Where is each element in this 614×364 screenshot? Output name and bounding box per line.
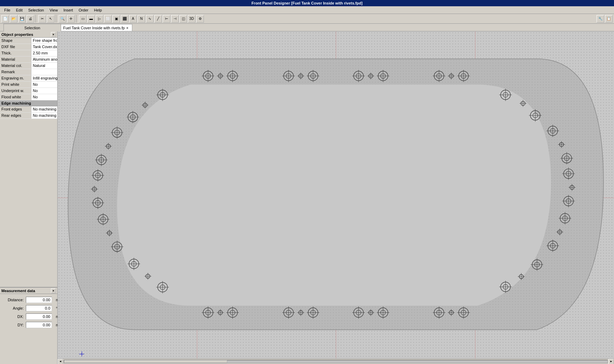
prop-shape-value: Free shape fron	[31, 38, 57, 44]
toolbar-3d[interactable]: 3D	[188, 15, 195, 23]
scroll-thumb-handle-h[interactable]	[64, 360, 227, 363]
toolbar-curve[interactable]: ∿	[146, 15, 154, 23]
meas-distance-label: Distance:	[3, 298, 24, 302]
toolbar-shape2[interactable]: ▣	[112, 15, 120, 23]
menu-insert[interactable]: Insert	[61, 7, 76, 13]
meas-title: Measurement data	[1, 289, 35, 293]
prop-printwhite-label: Print white	[0, 82, 31, 88]
prop-material-value: Aluminum anod	[31, 56, 57, 62]
toolbar-text[interactable]: A	[129, 15, 137, 23]
toolbar-pan[interactable]: ✛	[67, 15, 75, 23]
toolbar-line[interactable]: ╱	[154, 15, 162, 23]
toolbar-open[interactable]: 📂	[10, 15, 17, 23]
measurement-panel: Measurement data × Distance: mm Angle: °…	[0, 287, 57, 364]
prop-floodwhite: Flood white No	[0, 94, 57, 100]
prop-shape-label: Shape	[0, 38, 31, 44]
prop-engrave-label: Engraving m.	[0, 75, 31, 81]
prop-underprint: Underprint w. No	[0, 88, 57, 94]
toolbar-rect[interactable]: ▭	[79, 15, 87, 23]
prop-front-edges-value: No machining	[31, 106, 57, 112]
prop-engrave-value: Infill engraving	[31, 75, 57, 81]
main-area: Object properties × Shape Free shape fro…	[0, 31, 614, 364]
toolbar-shape1[interactable]: ⬜	[104, 15, 112, 23]
prop-thick-label: Thick.	[0, 50, 31, 56]
scrollbar-horizontal[interactable]: ◄ ►	[58, 358, 614, 364]
toolbar-config[interactable]: ⚙	[196, 15, 204, 23]
toolbar-dim3[interactable]: ◫	[179, 15, 187, 23]
toolbar-zoom-in[interactable]: 🔍	[59, 15, 66, 23]
edge-machining-header: Edge machining	[0, 100, 57, 106]
meas-close[interactable]: ×	[51, 288, 56, 293]
toolbar-save[interactable]: 💾	[18, 15, 26, 23]
toolbar-poly[interactable]: ▷	[96, 15, 103, 23]
prop-remark-label: Remark	[0, 69, 31, 75]
prop-front-edges: Front edges No machining	[0, 106, 57, 113]
meas-dx-input[interactable]	[26, 313, 52, 320]
toolbar-dim[interactable]: ⊢	[163, 15, 170, 23]
toolbar-sep2	[56, 15, 57, 23]
tab-selection[interactable]: Selection	[3, 24, 61, 31]
tab-document[interactable]: Fuel Tank Cover Inside with rivets.fp ×	[59, 24, 132, 31]
canvas-area[interactable]: ◄ ►	[58, 31, 614, 364]
menu-view[interactable]: View	[47, 7, 61, 13]
prop-dxf-value: Tank Cover.dxf	[31, 44, 57, 50]
prop-remark-value	[31, 69, 57, 75]
toolbar-text2[interactable]: N	[138, 15, 145, 23]
meas-angle-input[interactable]	[26, 305, 52, 311]
tab-close[interactable]: ×	[126, 26, 128, 30]
menu-edit[interactable]: Edit	[13, 7, 25, 13]
scroll-right-btn[interactable]: ►	[608, 359, 614, 364]
menu-selection[interactable]: Selection	[25, 7, 47, 13]
toolbar-sep3	[76, 15, 77, 23]
prop-rear-edges-value: No machining	[31, 113, 57, 119]
object-properties-panel: Object properties × Shape Free shape fro…	[0, 31, 57, 287]
prop-underprint-label: Underprint w.	[0, 88, 31, 94]
prop-floodwhite-value: No	[31, 94, 57, 100]
prop-printwhite-value: No	[31, 82, 57, 88]
app-title: Front Panel Designer [Fuel Tank Cover In…	[251, 1, 362, 5]
meas-grid: Distance: mm Angle: ° DX: mm DY: mm	[0, 294, 57, 331]
prop-remark: Remark	[0, 69, 57, 75]
panel-svg	[58, 31, 614, 364]
scroll-thumb-h[interactable]	[64, 360, 608, 363]
menu-file[interactable]: File	[1, 7, 13, 13]
menu-help[interactable]: Help	[91, 7, 105, 13]
obj-props-header: Object properties ×	[0, 31, 57, 38]
prop-shape: Shape Free shape fron	[0, 38, 57, 44]
prop-thick: Thick. 2.50 mm	[0, 50, 57, 56]
toolbar-rect2[interactable]: ▬	[87, 15, 95, 23]
obj-props-title: Object properties	[1, 32, 33, 37]
toolbar-select-arrow[interactable]: ↖	[47, 15, 54, 23]
prop-rear-edges: Rear edges No machining	[0, 113, 57, 119]
prop-front-edges-label: Front edges	[0, 106, 31, 112]
prop-underprint-value: No	[31, 88, 57, 94]
title-bar: Front Panel Designer [Fuel Tank Cover In…	[0, 0, 614, 6]
prop-material-label: Material	[0, 56, 31, 62]
meas-dy-input[interactable]	[26, 322, 52, 328]
menu-bar: File Edit Selection View Insert Order He…	[0, 6, 614, 14]
meas-distance-input[interactable]	[26, 297, 52, 303]
prop-printwhite: Print white No	[0, 82, 57, 88]
toolbar-cut[interactable]: ✂	[38, 15, 46, 23]
toolbar-shape3[interactable]: ⬛	[121, 15, 128, 23]
prop-thick-value: 2.50 mm	[31, 50, 57, 56]
scroll-left-btn[interactable]: ◄	[58, 359, 63, 364]
toolbar-dim2[interactable]: ⊣	[171, 15, 179, 23]
toolbar-sep1	[36, 15, 37, 23]
toolbar-new[interactable]: 📄	[1, 15, 9, 23]
menu-order[interactable]: Order	[76, 7, 91, 13]
prop-matcol-value: Natural	[31, 63, 57, 69]
prop-floodwhite-label: Flood white	[0, 94, 31, 100]
toolbar: 📄 📂 💾 🖨 ✂ ↖ 🔍 ✛ ▭ ▬ ▷ ⬜ ▣ ⬛ A N ∿ ╱ ⊢ ⊣ …	[0, 14, 614, 24]
meas-dy-label: DY:	[3, 323, 24, 327]
toolbar-extra2[interactable]: 📋	[605, 15, 613, 23]
obj-props-close[interactable]: ×	[51, 32, 56, 37]
prop-dxf: DXF file Tank Cover.dxf	[0, 44, 57, 50]
prop-material: Material Aluminum anod	[0, 56, 57, 63]
prop-rear-edges-label: Rear edges	[0, 113, 31, 119]
toolbar-print[interactable]: 🖨	[27, 15, 34, 23]
toolbar-extra1[interactable]: 🔧	[597, 15, 604, 23]
tab-bar: Selection Fuel Tank Cover Inside with ri…	[0, 24, 614, 31]
meas-angle-label: Angle:	[3, 306, 24, 310]
prop-engrave: Engraving m. Infill engraving	[0, 75, 57, 82]
